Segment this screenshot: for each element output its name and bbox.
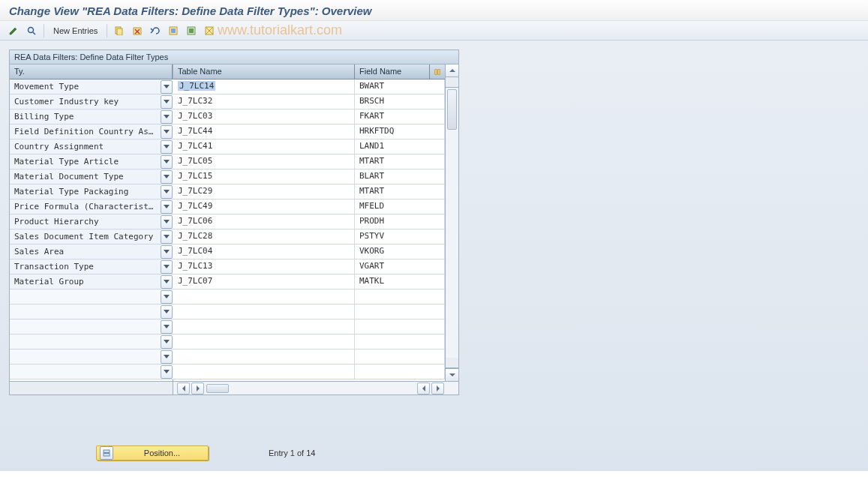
cell-field-name[interactable]: PRODH bbox=[355, 214, 445, 229]
type-dropdown-empty[interactable] bbox=[10, 290, 173, 304]
cell-table-name[interactable] bbox=[173, 364, 355, 379]
column-config-icon[interactable] bbox=[430, 64, 445, 79]
type-dropdown[interactable]: Field Definition Country As… bbox=[10, 124, 173, 140]
cell-table-name[interactable]: J_7LC28 bbox=[173, 230, 355, 244]
table-row-empty[interactable] bbox=[173, 304, 445, 320]
scroll-marker-icon[interactable] bbox=[446, 77, 458, 88]
cell-field-name[interactable] bbox=[355, 334, 445, 349]
chevron-down-icon[interactable] bbox=[161, 215, 173, 229]
cell-table-name[interactable]: J_7LC15 bbox=[173, 170, 355, 184]
chevron-down-icon[interactable] bbox=[161, 140, 173, 154]
cell-table-name[interactable]: J_7LC44 bbox=[173, 124, 355, 139]
scroll-right-icon[interactable] bbox=[191, 382, 204, 394]
type-dropdown-empty[interactable] bbox=[10, 304, 173, 320]
type-dropdown[interactable]: Product Hierarchy bbox=[10, 214, 173, 230]
deselect-all-icon[interactable] bbox=[202, 23, 217, 38]
type-dropdown[interactable]: Material Type Article bbox=[10, 154, 173, 170]
type-dropdown[interactable]: Material Type Packaging bbox=[10, 184, 173, 200]
table-row-empty[interactable] bbox=[173, 334, 445, 350]
table-row[interactable]: J_7LC44HRKFTDQ bbox=[173, 124, 445, 140]
chevron-down-icon[interactable] bbox=[161, 305, 173, 319]
cell-table-name[interactable]: J_7LC03 bbox=[173, 110, 355, 124]
cell-field-name[interactable]: LAND1 bbox=[355, 140, 445, 154]
scroll-thumb[interactable] bbox=[447, 89, 457, 130]
cell-field-name[interactable]: VGART bbox=[355, 260, 445, 274]
chevron-down-icon[interactable] bbox=[161, 110, 173, 124]
cell-field-name[interactable]: VKORG bbox=[355, 244, 445, 259]
scroll-up-icon[interactable] bbox=[446, 64, 458, 77]
position-button[interactable]: Position... bbox=[96, 446, 209, 460]
type-dropdown-empty[interactable] bbox=[10, 364, 173, 380]
chevron-down-icon[interactable] bbox=[161, 95, 173, 109]
horizontal-scrollbar[interactable] bbox=[10, 381, 458, 394]
type-dropdown[interactable]: Sales Area bbox=[10, 244, 173, 260]
cell-field-name[interactable] bbox=[355, 350, 445, 364]
find-icon[interactable] bbox=[24, 23, 39, 38]
table-row[interactable]: J_7LC07MATKL bbox=[173, 274, 445, 290]
type-dropdown-empty[interactable] bbox=[10, 350, 173, 364]
type-dropdown[interactable]: Customer Industry key bbox=[10, 94, 173, 110]
table-row[interactable]: J_7LC49MFELD bbox=[173, 200, 445, 214]
table-row[interactable]: J_7LC29MTART bbox=[173, 184, 445, 200]
select-block-icon[interactable] bbox=[184, 23, 199, 38]
chevron-down-icon[interactable] bbox=[161, 290, 173, 304]
column-header-table[interactable]: Table Name bbox=[173, 64, 355, 79]
undo-icon[interactable] bbox=[148, 23, 163, 38]
scroll-track[interactable] bbox=[446, 88, 458, 358]
cell-field-name[interactable]: FKART bbox=[355, 110, 445, 124]
chevron-down-icon[interactable] bbox=[161, 365, 173, 379]
scroll-marker-bottom-icon[interactable] bbox=[446, 358, 458, 368]
cell-field-name[interactable]: HRKFTDQ bbox=[355, 124, 445, 139]
cell-table-name[interactable]: J_7LC49 bbox=[173, 200, 355, 214]
table-row[interactable]: J_7LC28PSTYV bbox=[173, 230, 445, 244]
chevron-down-icon[interactable] bbox=[161, 260, 173, 274]
cell-table-name[interactable]: J_7LC29 bbox=[173, 184, 355, 199]
table-row[interactable]: J_7LC03FKART bbox=[173, 110, 445, 124]
cell-field-name[interactable]: MTART bbox=[355, 184, 445, 199]
table-row[interactable]: J_7LC14BWART bbox=[173, 80, 445, 94]
column-header-field[interactable]: Field Name bbox=[355, 64, 430, 79]
cell-field-name[interactable]: BRSCH bbox=[355, 94, 445, 109]
cell-table-name[interactable]: J_7LC13 bbox=[173, 260, 355, 274]
type-dropdown[interactable]: Movement Type bbox=[10, 80, 173, 94]
table-row[interactable]: J_7LC05MTART bbox=[173, 154, 445, 170]
cell-table-name[interactable] bbox=[173, 304, 355, 319]
cell-field-name[interactable]: MATKL bbox=[355, 274, 445, 289]
vertical-scrollbar[interactable] bbox=[445, 64, 458, 381]
scroll-left-end-icon[interactable] bbox=[417, 382, 430, 394]
type-dropdown[interactable]: Material Document Type bbox=[10, 170, 173, 184]
new-entries-button[interactable]: New Entries bbox=[49, 26, 102, 35]
chevron-down-icon[interactable] bbox=[161, 155, 173, 169]
cell-table-name[interactable]: J_7LC05 bbox=[173, 154, 355, 169]
cell-field-name[interactable]: BWART bbox=[355, 80, 445, 94]
cell-table-name[interactable] bbox=[173, 350, 355, 364]
cell-field-name[interactable] bbox=[355, 364, 445, 379]
type-dropdown[interactable]: Country Assignment bbox=[10, 140, 173, 154]
cell-field-name[interactable]: MTART bbox=[355, 154, 445, 169]
cell-table-name[interactable]: J_7LC04 bbox=[173, 244, 355, 259]
scroll-down-icon[interactable] bbox=[446, 368, 458, 381]
table-row[interactable]: J_7LC15BLART bbox=[173, 170, 445, 184]
type-dropdown[interactable]: Billing Type bbox=[10, 110, 173, 124]
type-dropdown[interactable]: Transaction Type bbox=[10, 260, 173, 274]
delete-icon[interactable] bbox=[130, 23, 145, 38]
cell-table-name[interactable]: J_7LC32 bbox=[173, 94, 355, 109]
hscroll-thumb[interactable] bbox=[206, 384, 229, 393]
table-row[interactable]: J_7LC32BRSCH bbox=[173, 94, 445, 110]
type-dropdown-empty[interactable] bbox=[10, 334, 173, 350]
type-dropdown[interactable]: Price Formula (Characterist… bbox=[10, 200, 173, 214]
cell-field-name[interactable]: PSTYV bbox=[355, 230, 445, 244]
chevron-down-icon[interactable] bbox=[161, 320, 173, 334]
table-row-empty[interactable] bbox=[173, 350, 445, 364]
scroll-right-end-icon[interactable] bbox=[431, 382, 444, 394]
table-row[interactable]: J_7LC41LAND1 bbox=[173, 140, 445, 154]
cell-table-name[interactable]: J_7LC07 bbox=[173, 274, 355, 289]
cell-field-name[interactable] bbox=[355, 290, 445, 304]
cell-field-name[interactable] bbox=[355, 320, 445, 334]
table-row-empty[interactable] bbox=[173, 320, 445, 334]
chevron-down-icon[interactable] bbox=[161, 335, 173, 349]
cell-field-name[interactable] bbox=[355, 304, 445, 319]
hscroll-track[interactable] bbox=[173, 382, 458, 394]
table-row[interactable]: J_7LC13VGART bbox=[173, 260, 445, 274]
table-row[interactable]: J_7LC06PRODH bbox=[173, 214, 445, 230]
